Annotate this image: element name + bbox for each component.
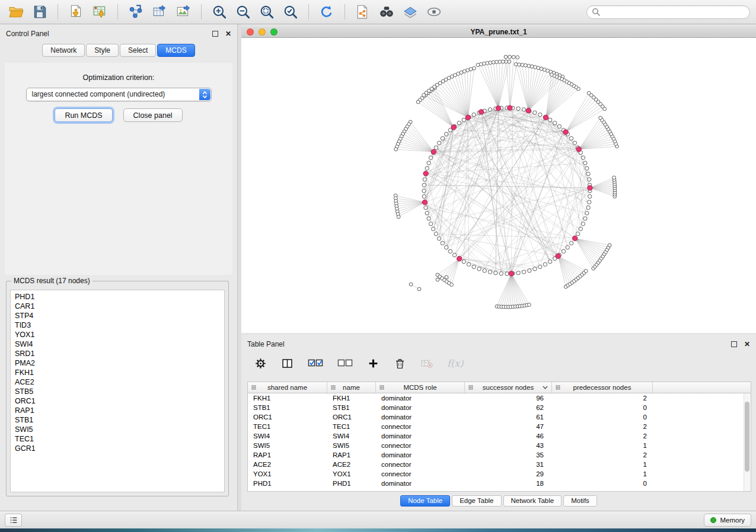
- table-settings-button[interactable]: [254, 357, 267, 370]
- cell-name[interactable]: SWI4: [327, 432, 376, 440]
- export-image-button[interactable]: [173, 2, 193, 21]
- tab-style[interactable]: Style: [86, 44, 119, 57]
- result-node[interactable]: STP4: [15, 311, 224, 321]
- zoom-selected-button[interactable]: [280, 2, 301, 21]
- close-panel-button[interactable]: Close panel: [123, 108, 183, 122]
- cell-predecessor-nodes[interactable]: 1: [552, 461, 653, 468]
- cell-name[interactable]: RAP1: [327, 451, 376, 459]
- visual-styles-button[interactable]: [400, 2, 420, 21]
- cell-successor-nodes[interactable]: 29: [465, 470, 552, 477]
- tab-node-table[interactable]: Node Table: [400, 495, 450, 507]
- cell-shared-name[interactable]: YOX1: [248, 470, 327, 477]
- export-network-button[interactable]: [126, 2, 146, 21]
- search-network-button[interactable]: [377, 2, 397, 21]
- window-zoom-button[interactable]: [270, 28, 277, 36]
- result-node[interactable]: STB5: [15, 387, 224, 396]
- table-row[interactable]: ACE2ACE2connector311: [248, 460, 744, 469]
- float-table-panel-icon[interactable]: [731, 341, 737, 347]
- table-row[interactable]: YOX1YOX1connector291: [248, 469, 744, 479]
- export-web-button[interactable]: [353, 2, 373, 21]
- export-table-button[interactable]: [149, 2, 170, 21]
- cell-mcds-role[interactable]: dominator: [376, 432, 465, 440]
- column-header-successor-nodes[interactable]: successor nodes: [465, 382, 552, 393]
- result-node[interactable]: SWI4: [15, 339, 224, 349]
- cell-name[interactable]: YOX1: [327, 470, 376, 477]
- cell-successor-nodes[interactable]: 18: [465, 480, 552, 487]
- cell-successor-nodes[interactable]: 96: [465, 395, 552, 402]
- show-details-button[interactable]: [424, 2, 444, 21]
- result-node[interactable]: PMA2: [15, 358, 224, 368]
- cell-shared-name[interactable]: ORC1: [248, 414, 327, 421]
- tab-mcds[interactable]: MCDS: [157, 44, 194, 57]
- window-minimize-button[interactable]: [259, 28, 266, 36]
- result-node[interactable]: ACE2: [15, 377, 224, 387]
- tab-select[interactable]: Select: [120, 44, 156, 57]
- cell-name[interactable]: PHD1: [327, 480, 376, 487]
- criterion-dropdown[interactable]: largest connected component (undirected): [26, 88, 212, 101]
- show-panel-button[interactable]: [5, 514, 22, 527]
- cell-mcds-role[interactable]: dominator: [376, 395, 465, 402]
- create-column-button[interactable]: [367, 357, 379, 370]
- float-panel-icon[interactable]: [212, 31, 218, 37]
- cell-shared-name[interactable]: SWI5: [248, 442, 327, 449]
- cell-predecessor-nodes[interactable]: 1: [552, 470, 653, 477]
- cell-mcds-role[interactable]: connector: [376, 470, 465, 477]
- result-node[interactable]: TEC1: [15, 434, 224, 444]
- cell-mcds-role[interactable]: dominator: [376, 404, 465, 411]
- cell-shared-name[interactable]: RAP1: [248, 451, 327, 459]
- cell-successor-nodes[interactable]: 62: [465, 404, 552, 411]
- open-session-button[interactable]: [6, 2, 26, 21]
- tab-motifs[interactable]: Motifs: [563, 495, 597, 507]
- table-row[interactable]: PHD1PHD1dominator180: [248, 479, 744, 488]
- result-node[interactable]: YOX1: [15, 330, 224, 339]
- cell-successor-nodes[interactable]: 47: [465, 423, 552, 430]
- column-header-shared-name[interactable]: shared name: [248, 382, 327, 393]
- result-node[interactable]: FKH1: [15, 368, 224, 377]
- result-node[interactable]: RAP1: [15, 406, 224, 415]
- run-mcds-button[interactable]: Run MCDS: [55, 108, 112, 122]
- refresh-layout-button[interactable]: [317, 2, 337, 21]
- result-node[interactable]: STB1: [15, 415, 224, 425]
- cell-predecessor-nodes[interactable]: 0: [552, 480, 653, 487]
- cell-mcds-role[interactable]: dominator: [376, 480, 465, 487]
- table-row[interactable]: STB1STB1dominator620: [248, 403, 744, 412]
- close-panel-icon[interactable]: ✕: [225, 30, 231, 37]
- cell-shared-name[interactable]: SWI4: [248, 432, 327, 440]
- select-all-button[interactable]: [308, 357, 323, 370]
- zoom-fit-button[interactable]: [257, 2, 277, 21]
- cell-successor-nodes[interactable]: 43: [465, 442, 552, 449]
- mcds-result-list[interactable]: PHD1CAR1STP4TID3YOX1SWI4SRD1PMA2FKH1ACE2…: [10, 290, 225, 492]
- cell-predecessor-nodes[interactable]: 1: [552, 442, 653, 449]
- cell-mcds-role[interactable]: connector: [376, 423, 465, 430]
- cell-shared-name[interactable]: ACE2: [248, 461, 327, 468]
- delete-columns-button[interactable]: [394, 357, 406, 370]
- table-row[interactable]: ORC1ORC1dominator610: [248, 412, 744, 422]
- memory-button[interactable]: Memory: [704, 514, 751, 527]
- cell-predecessor-nodes[interactable]: 2: [552, 423, 653, 430]
- tab-network-table[interactable]: Network Table: [503, 495, 562, 507]
- cell-mcds-role[interactable]: connector: [376, 442, 465, 449]
- cell-successor-nodes[interactable]: 61: [465, 414, 552, 421]
- cell-name[interactable]: FKH1: [327, 395, 376, 402]
- column-header-name[interactable]: name: [327, 382, 376, 393]
- cell-shared-name[interactable]: FKH1: [248, 395, 327, 402]
- result-node[interactable]: CAR1: [15, 302, 224, 311]
- close-table-panel-icon[interactable]: ✕: [744, 341, 750, 348]
- deselect-all-button[interactable]: [337, 357, 353, 370]
- result-node[interactable]: GCR1: [15, 444, 224, 453]
- import-table-button[interactable]: [90, 2, 110, 21]
- table-scrollbar[interactable]: [744, 393, 751, 491]
- table-row[interactable]: RAP1RAP1dominator352: [248, 450, 744, 460]
- show-columns-button[interactable]: [281, 357, 294, 370]
- tab-network[interactable]: Network: [42, 44, 85, 57]
- scrollbar-thumb[interactable]: [745, 402, 749, 472]
- cell-mcds-role[interactable]: dominator: [376, 451, 465, 459]
- cell-predecessor-nodes[interactable]: 0: [552, 414, 653, 421]
- zoom-out-button[interactable]: [233, 2, 253, 21]
- result-node[interactable]: SWI5: [15, 425, 224, 434]
- cell-name[interactable]: ORC1: [327, 414, 376, 421]
- window-close-button[interactable]: [247, 28, 254, 36]
- cell-successor-nodes[interactable]: 35: [465, 451, 552, 459]
- result-node[interactable]: TID3: [15, 321, 224, 330]
- cell-shared-name[interactable]: STB1: [248, 404, 327, 411]
